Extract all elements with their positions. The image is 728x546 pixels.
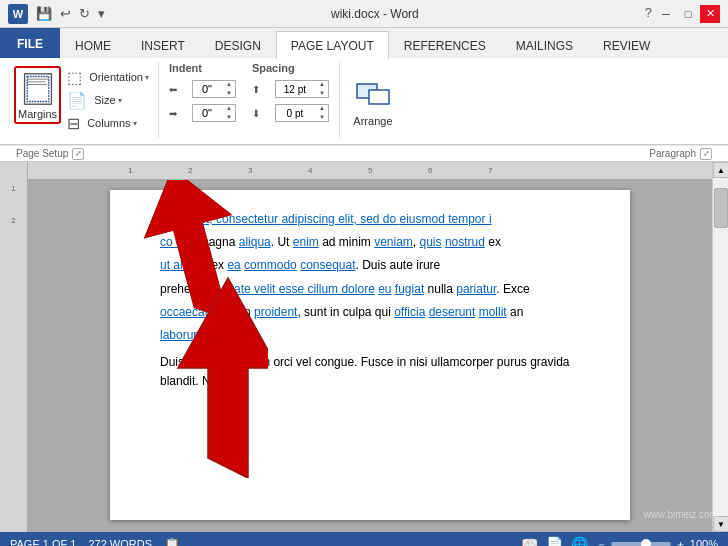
text-line-3: ut aliquip ex ea commodo consequat. Duis… <box>160 256 580 275</box>
close-button[interactable]: ✕ <box>700 5 720 23</box>
spacing-label: Spacing <box>252 62 329 74</box>
spacing-before-down[interactable]: ▼ <box>316 89 328 98</box>
size-row: 📄 Size ▾ <box>67 89 152 111</box>
spacing-after-spinbox[interactable]: ▲ ▼ <box>275 104 329 122</box>
tab-review[interactable]: REVIEW <box>588 32 665 58</box>
text-line-5: occaecat cup n proident, sunt in culpa q… <box>160 303 580 322</box>
left-panel: 1 2 <box>0 162 28 532</box>
horizontal-ruler: 1 2 3 4 5 6 7 <box>28 162 712 180</box>
document-page: r sit amet, consectetur adipiscing elit,… <box>110 190 630 520</box>
zoom-slider[interactable] <box>611 542 671 546</box>
minimize-button[interactable]: ─ <box>656 5 676 23</box>
indent-column: Indent ⬅ ▲ ▼ ➡ <box>169 62 236 124</box>
zoom-control: － ＋ 100% <box>596 537 718 547</box>
arrange-button[interactable]: Arrange <box>352 73 394 127</box>
spacing-before-input[interactable] <box>276 81 314 97</box>
svg-rect-6 <box>369 90 389 104</box>
tab-bar: FILE HOME INSERT DESIGN PAGE LAYOUT REFE… <box>0 28 728 58</box>
undo-button[interactable]: ↩ <box>58 6 73 21</box>
print-layout-button[interactable]: 📄 <box>546 536 563 546</box>
track-changes-icon[interactable]: 📋 <box>164 537 180 547</box>
columns-button[interactable]: Columns ▾ <box>84 116 139 130</box>
read-mode-button[interactable]: 📖 <box>521 536 538 546</box>
help-button[interactable]: ? <box>643 5 654 23</box>
scroll-track[interactable] <box>713 178 728 516</box>
tab-insert[interactable]: INSERT <box>126 32 200 58</box>
spacing-before-row: ⬆ ▲ ▼ <box>252 78 329 100</box>
save-button[interactable]: 💾 <box>34 6 54 21</box>
text-line-7: Duis elementum non orci vel congue. Fusc… <box>160 353 580 391</box>
indent-left-input[interactable] <box>193 81 221 97</box>
size-dropdown-arrow: ▾ <box>118 96 122 105</box>
margins-button[interactable]: Margins <box>14 66 61 124</box>
status-left: PAGE 1 OF 1 272 WORDS 📋 <box>10 537 180 547</box>
spacing-before-spinbox[interactable]: ▲ ▼ <box>275 80 329 98</box>
tab-home[interactable]: HOME <box>60 32 126 58</box>
title-bar: W 💾 ↩ ↻ ▾ wiki.docx - Word ? ─ □ ✕ <box>0 0 728 28</box>
indent-left-label: ⬅ <box>169 84 189 95</box>
tab-mailings[interactable]: MAILINGS <box>501 32 588 58</box>
text-line-4: prehende otate velit esse cillum dolore … <box>160 280 580 299</box>
tab-references[interactable]: REFERENCES <box>389 32 501 58</box>
indent-right-down[interactable]: ▼ <box>223 113 235 122</box>
indent-right-up[interactable]: ▲ <box>223 104 235 113</box>
indent-right-input[interactable] <box>193 105 221 121</box>
page-setup-expand-button[interactable]: ⤢ <box>72 148 84 160</box>
columns-row: ⊟ Columns ▾ <box>67 112 152 134</box>
tab-page-layout[interactable]: PAGE LAYOUT <box>276 31 389 59</box>
zoom-in-button[interactable]: ＋ <box>675 537 686 547</box>
document-area: 1 2 1 2 3 4 5 6 7 r sit amet, consectetu… <box>0 162 728 532</box>
orientation-dropdown-arrow: ▾ <box>145 73 149 82</box>
paragraph-footer: Paragraph ⤢ <box>649 148 712 160</box>
spacing-after-input[interactable] <box>276 105 314 121</box>
indent-left-spinbox[interactable]: ▲ ▼ <box>192 80 236 98</box>
indent-left-arrows: ▲ ▼ <box>223 80 235 98</box>
quick-access-toolbar: 💾 ↩ ↻ ▾ <box>34 6 107 21</box>
spacing-before-arrows: ▲ ▼ <box>316 80 328 98</box>
scroll-up-button[interactable]: ▲ <box>713 162 728 178</box>
arrange-label: Arrange <box>353 115 392 127</box>
indent-left-up[interactable]: ▲ <box>223 80 235 89</box>
redo-button[interactable]: ↻ <box>77 6 92 21</box>
scroll-down-button[interactable]: ▼ <box>713 516 728 532</box>
spacing-after-up[interactable]: ▲ <box>316 104 328 113</box>
spacing-before-up[interactable]: ▲ <box>316 80 328 89</box>
web-layout-button[interactable]: 🌐 <box>571 536 588 546</box>
indent-right-spinbox[interactable]: ▲ ▼ <box>192 104 236 122</box>
status-bar: PAGE 1 OF 1 272 WORDS 📋 📖 📄 🌐 － ＋ 100% <box>0 532 728 546</box>
orientation-button[interactable]: Orientation ▾ <box>86 70 152 84</box>
ribbon-content: Margins ⬚ Orientation ▾ 📄 Size ▾ <box>0 58 728 145</box>
indent-right-label: ➡ <box>169 108 189 119</box>
indent-spacing-group: Indent ⬅ ▲ ▼ ➡ <box>159 62 340 138</box>
indent-left-row: ⬅ ▲ ▼ <box>169 78 236 100</box>
paragraph-expand-button[interactable]: ⤢ <box>700 148 712 160</box>
title-bar-left: W 💾 ↩ ↻ ▾ <box>8 4 107 24</box>
word-count: 272 WORDS <box>88 538 152 546</box>
window-controls: ? ─ □ ✕ <box>643 5 720 23</box>
tab-file[interactable]: FILE <box>0 28 60 58</box>
size-icon: 📄 <box>67 91 87 110</box>
vertical-scrollbar[interactable]: ▲ ▼ <box>712 162 728 532</box>
indent-left-down[interactable]: ▼ <box>223 89 235 98</box>
arrange-group: Arrange <box>340 62 406 138</box>
size-button[interactable]: Size ▾ <box>91 93 124 107</box>
zoom-out-button[interactable]: － <box>596 537 607 547</box>
page-setup-group: Margins ⬚ Orientation ▾ 📄 Size ▾ <box>8 62 159 138</box>
orientation-icon: ⬚ <box>67 68 82 87</box>
tab-design[interactable]: DESIGN <box>200 32 276 58</box>
orientation-row: ⬚ Orientation ▾ <box>67 66 152 88</box>
ruler-corner <box>0 162 28 180</box>
arrange-icon <box>352 73 394 115</box>
customize-quick-access-button[interactable]: ▾ <box>96 6 107 21</box>
spacing-after-down[interactable]: ▼ <box>316 113 328 122</box>
spacing-before-label: ⬆ <box>252 84 272 95</box>
zoom-level: 100% <box>690 538 718 546</box>
svg-rect-0 <box>24 74 51 104</box>
spacing-column: Spacing ⬆ ▲ ▼ ⬇ <box>252 62 329 124</box>
spacing-after-arrows: ▲ ▼ <box>316 104 328 122</box>
maximize-button[interactable]: □ <box>678 5 698 23</box>
indent-right-row: ➡ ▲ ▼ <box>169 102 236 124</box>
document-scroll-area[interactable]: r sit amet, consectetur adipiscing elit,… <box>28 180 712 532</box>
word-icon: W <box>8 4 28 24</box>
scroll-thumb[interactable] <box>714 188 728 228</box>
